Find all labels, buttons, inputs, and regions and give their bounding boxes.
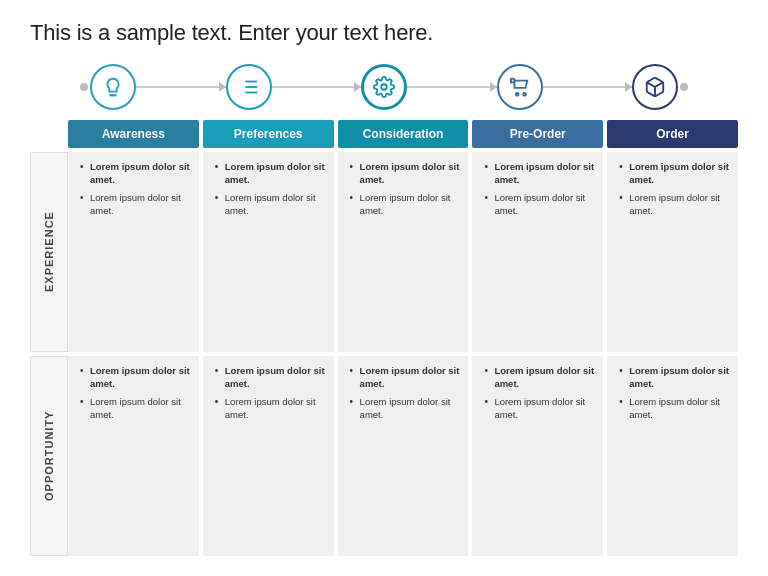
col-header-preorder: Pre-Order [472,120,603,148]
cell-opportunity-awareness: Lorem ipsum dolor sit amet. Lorem ipsum … [68,356,199,556]
timeline-step-preorder [497,64,543,110]
page-title: This is a sample text. Enter your text h… [30,20,738,46]
data-rows: Lorem ipsum dolor sit amet. Lorem ipsum … [68,152,738,556]
arrow-icon-4 [625,82,632,92]
arrow-icon-3 [490,82,497,92]
gear-icon [373,76,395,98]
cell-experience-consideration: Lorem ipsum dolor sit amet. Lorem ipsum … [338,152,469,352]
page: This is a sample text. Enter your text h… [0,0,768,576]
cart-icon [509,76,531,98]
row-label-experience: Experience [30,152,68,352]
col-header-consideration: Consideration [338,120,469,148]
cell-opportunity-preferences: Lorem ipsum dolor sit amet. Lorem ipsum … [203,356,334,556]
arrow-icon-1 [219,82,226,92]
timeline-step-consideration [361,64,407,110]
arrow-icon-2 [354,82,361,92]
timeline-end-dot [680,83,688,91]
timeline-start-dot [80,83,88,91]
timeline-step-order [632,64,678,110]
cell-experience-preferences: Lorem ipsum dolor sit amet. Lorem ipsum … [203,152,334,352]
experience-row: Lorem ipsum dolor sit amet. Lorem ipsum … [68,152,738,352]
list-icon [238,76,260,98]
col-header-preferences: Preferences [203,120,334,148]
timeline-step-preferences [226,64,272,110]
lightbulb-icon [102,76,124,98]
cell-opportunity-order: Lorem ipsum dolor sit amet. Lorem ipsum … [607,356,738,556]
cell-experience-awareness: Lorem ipsum dolor sit amet. Lorem ipsum … [68,152,199,352]
timeline-line-3 [407,86,497,88]
timeline-line-2 [272,86,362,88]
row-label-opportunity: Opportunity [30,356,68,556]
timeline [30,64,738,110]
svg-point-7 [381,84,387,90]
row-labels: Experience Opportunity [30,152,68,556]
svg-point-9 [515,93,518,96]
timeline-line-4 [543,86,633,88]
box-icon [644,76,666,98]
column-headers: Awareness Preferences Consideration Pre-… [68,120,738,148]
opportunity-row: Lorem ipsum dolor sit amet. Lorem ipsum … [68,356,738,556]
col-header-awareness: Awareness [68,120,199,148]
cell-experience-preorder: Lorem ipsum dolor sit amet. Lorem ipsum … [472,152,603,352]
svg-point-10 [523,93,526,96]
columns-area: Awareness Preferences Consideration Pre-… [68,120,738,556]
cell-opportunity-consideration: Lorem ipsum dolor sit amet. Lorem ipsum … [338,356,469,556]
cell-experience-order: Lorem ipsum dolor sit amet. Lorem ipsum … [607,152,738,352]
cell-opportunity-preorder: Lorem ipsum dolor sit amet. Lorem ipsum … [472,356,603,556]
col-header-order: Order [607,120,738,148]
timeline-step-awareness [90,64,136,110]
main-table: Experience Opportunity Awareness Prefere… [30,120,738,556]
timeline-line-1 [136,86,226,88]
